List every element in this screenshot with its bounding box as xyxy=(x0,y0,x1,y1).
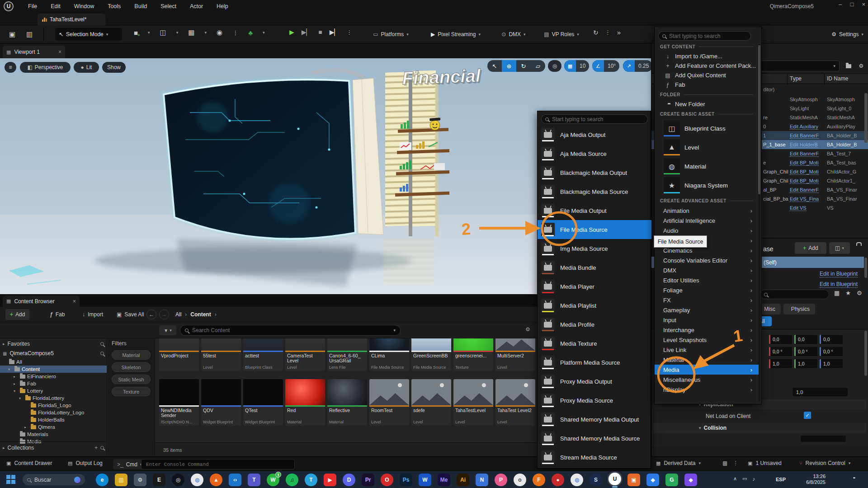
breadcrumb-all[interactable]: All xyxy=(175,311,181,318)
expander-icon[interactable]: ▸ xyxy=(14,382,18,386)
asset-tile-acttest[interactable]: acttestBlueprint Class xyxy=(243,338,283,371)
viewport-tab[interactable]: ▦ Viewport 1 × xyxy=(3,46,65,58)
edit-asset-link[interactable]: Edit Auxiliary xyxy=(790,124,818,130)
maximize-button[interactable]: □ xyxy=(850,1,854,8)
taskbar-icon-purple-app[interactable]: ◆ xyxy=(684,474,697,486)
toolbar-overflow-dots-icon[interactable]: ⋮ xyxy=(232,29,238,36)
transform-value[interactable]: 0,0 xyxy=(769,335,792,344)
project-root-label[interactable]: QimeraCompose5 xyxy=(9,350,53,357)
get-content-2[interactable]: ▤Add Quixel Content xyxy=(655,70,759,80)
media-menu-item-proxy-media-output[interactable]: Proxy Media Output xyxy=(538,372,651,391)
dmx-dropdown[interactable]: ⊙DMX▾ xyxy=(496,28,531,41)
toolbar-expand-icon[interactable]: » xyxy=(617,28,621,36)
taskbar-search[interactable]: Buscar xyxy=(23,474,85,485)
tree-item-content[interactable]: ▾Content xyxy=(0,366,107,373)
rotation-snap-control[interactable]: ∠ 10° xyxy=(592,60,619,72)
edit-in-blueprint-link-2[interactable]: Edit in Blueprint xyxy=(794,281,858,287)
advanced-asset-fx[interactable]: FX› xyxy=(655,295,759,305)
taskbar-icon-vlc[interactable]: ▲ xyxy=(210,474,222,486)
camera-icon[interactable]: ◉ xyxy=(217,28,222,37)
details-scrollbar[interactable] xyxy=(864,331,867,376)
create-menu-search[interactable] xyxy=(658,31,751,41)
taskbar-icon-discord[interactable]: D xyxy=(343,474,355,486)
asset-tile-cameratest-level[interactable]: CameraTest LevelLevel xyxy=(285,338,325,371)
tree-item-qimera[interactable]: ▸Qimera xyxy=(0,423,107,431)
advanced-asset-level-snapshots[interactable]: Level Snapshots› xyxy=(655,335,759,345)
taskbar-icon-chrome-2[interactable]: ◍ xyxy=(571,474,583,486)
asset-tile-red[interactable]: RedMaterial xyxy=(285,379,325,426)
taskbar-icon-spotify[interactable]: ♫ xyxy=(286,474,298,486)
basic-asset-material[interactable]: ◍Material xyxy=(655,157,759,176)
language-indicator[interactable]: ESP xyxy=(776,477,786,482)
rotate-tool-icon[interactable]: ↻ xyxy=(516,60,531,72)
forward-button[interactable]: → xyxy=(159,310,169,319)
tree-item-all[interactable]: All xyxy=(0,358,107,366)
rotation-snap-icon[interactable]: ∠ xyxy=(592,60,604,72)
advanced-asset-material[interactable]: Material› xyxy=(655,355,759,365)
asset-tile-qdv[interactable]: QDVWidget Blueprint xyxy=(201,379,241,426)
taskbar-icon-red-app[interactable]: ● xyxy=(552,474,564,486)
content-search[interactable]: ▾ xyxy=(180,325,401,336)
edit-in-blueprint-link-1[interactable]: Edit in Blueprint xyxy=(794,271,858,277)
search-caret-icon[interactable]: ▾ xyxy=(393,328,396,333)
fab-button[interactable]: ƒFab xyxy=(45,309,69,320)
taskbar-icon-paint[interactable]: P xyxy=(495,474,507,486)
tree-item-holderballs[interactable]: HolderBalls xyxy=(0,416,107,423)
revision-control-dropdown[interactable]: ⑂Revision Control▾ xyxy=(799,460,850,466)
outliner-scrollbar[interactable] xyxy=(864,93,868,143)
asset-tile-roomtest[interactable]: RoomTestLevel xyxy=(369,379,409,426)
level-tab[interactable]: TahaTestLevel* xyxy=(38,14,105,25)
edit-asset-link[interactable]: Edit HolderB xyxy=(790,142,818,148)
edit-asset-link[interactable]: Edit BannerF xyxy=(790,187,819,193)
advanced-asset-audio[interactable]: Audio› xyxy=(655,225,759,235)
advanced-asset-artificial-intelligence[interactable]: Artificial Intelligence› xyxy=(655,216,759,225)
taskbar-icon-chrome[interactable]: ◍ xyxy=(191,474,203,486)
asset-tile-55test[interactable]: 55testLevel xyxy=(201,338,241,371)
advanced-asset-dmx[interactable]: DMX› xyxy=(655,265,759,275)
tree-item-floridalottery[interactable]: ▾FloridaLottery xyxy=(0,394,107,402)
taskbar-icon-firefox[interactable]: F xyxy=(533,474,545,486)
media-menu-item-aja-media-output[interactable]: Aja Media Output xyxy=(538,125,651,144)
filter-chip-texture[interactable]: Texture xyxy=(112,387,151,396)
start-button[interactable] xyxy=(6,475,15,484)
advanced-asset-ndisplay[interactable]: nDisplay› xyxy=(655,385,759,394)
show-dropdown[interactable]: Show xyxy=(102,62,126,73)
more-dots-icon[interactable]: ⋮ xyxy=(605,29,611,36)
tray-display-icon[interactable]: ▭ xyxy=(742,476,747,482)
collections-add-icon[interactable]: + xyxy=(94,445,98,451)
column-id-name[interactable]: ID Name xyxy=(827,75,848,82)
taskbar-icon-youtube[interactable]: ▶ xyxy=(324,474,336,486)
filter-chip-skeleton[interactable]: Skeleton xyxy=(112,362,151,372)
details-add-button[interactable]: +Add xyxy=(795,242,826,254)
tree-item-fab[interactable]: ▸Fab xyxy=(0,380,107,387)
filters-funnel-button[interactable]: ▼▾ xyxy=(159,325,176,335)
play-options-dots-icon[interactable]: ⋮ xyxy=(346,29,352,36)
new-folder[interactable]: New Folder xyxy=(655,99,759,109)
get-content-3[interactable]: ƒFab xyxy=(655,80,759,89)
edit-asset-link[interactable]: Edit BP_Moti xyxy=(790,160,819,166)
source-control-icon[interactable]: ▥ xyxy=(24,28,35,40)
taskbar-icon-premiere[interactable]: Pr xyxy=(362,474,374,486)
favorites-expander-icon[interactable]: ▸ xyxy=(3,342,5,346)
scale-snap-value[interactable]: 0.25 xyxy=(635,63,651,69)
breadcrumb-content[interactable]: Content xyxy=(190,311,211,318)
pixel-streaming-dropdown[interactable]: ▶Pixel Streaming▾ xyxy=(424,28,487,41)
transform-value[interactable]: 0,0 ° xyxy=(769,347,792,356)
play-button[interactable]: ▶ xyxy=(289,28,294,36)
taskbar-icon-photoshop[interactable]: Ps xyxy=(400,474,412,486)
transform-value[interactable]: 0,0 xyxy=(794,335,817,344)
expander-icon[interactable]: ▾ xyxy=(19,396,24,400)
new-folder-icon[interactable] xyxy=(843,61,854,71)
taskbar-icon-illustrator[interactable]: Ai xyxy=(457,474,469,486)
media-menu-item-aja-media-source[interactable]: Aja Media Source xyxy=(538,144,651,163)
edit-asset-link[interactable]: Edit VS_Fina xyxy=(790,196,819,202)
scale-snap-control[interactable]: ↗ 0.25 xyxy=(623,60,651,72)
taskbar-icon-media-encoder[interactable]: Me xyxy=(438,474,450,486)
asset-tile-tahatest-level2[interactable]: TahaTest Level2Level xyxy=(495,379,535,426)
advanced-asset-console-variables-editor[interactable]: Console Variables Editor› xyxy=(655,255,759,265)
transform-value[interactable]: 1,0 xyxy=(769,359,792,368)
advanced-asset-animation[interactable]: Animation› xyxy=(655,206,759,216)
details-gear-icon[interactable]: ⚙ xyxy=(857,290,862,296)
expander-icon[interactable]: ▸ xyxy=(14,375,18,379)
create-menu-search-input[interactable] xyxy=(669,33,747,39)
